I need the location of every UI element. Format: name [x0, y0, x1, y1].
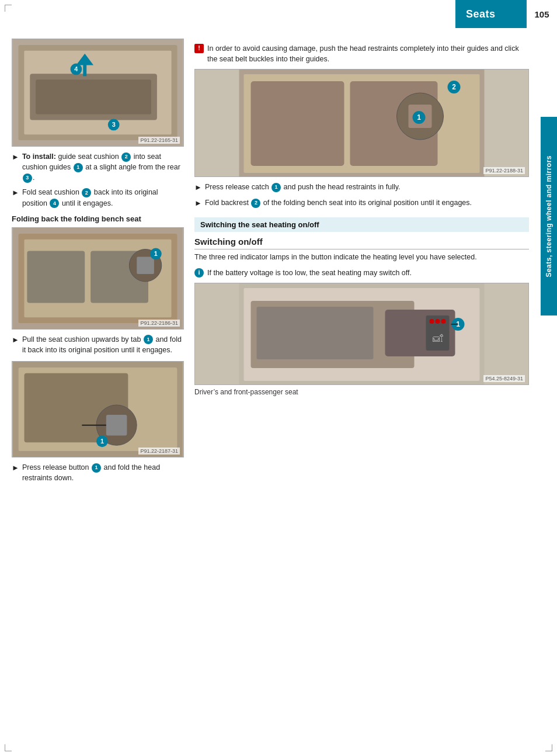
left-image-3-label: P91.22-2187-31	[138, 448, 180, 455]
svg-text:1: 1	[417, 113, 421, 122]
bullets-1: ► To install: guide seat cushion 2 into …	[12, 151, 184, 209]
left-image-1-label: P91.22-2165-31	[138, 137, 180, 144]
description-text: The three red indicator lamps in the but…	[194, 252, 529, 263]
bullet-item: ► Fold backrest 2 of the folding bench s…	[194, 197, 529, 209]
svg-text:🛋: 🛋	[433, 332, 443, 344]
right-image-2-container: 🛋 1 P54.25-8249-31	[194, 283, 529, 385]
svg-rect-17	[137, 256, 154, 274]
header-page-number: 105	[525, 0, 557, 28]
header-title: Seats	[466, 8, 496, 20]
bullet-text: Fold seat cushion 2 back into its origin…	[22, 187, 184, 208]
corner-bl	[5, 744, 12, 751]
badge-2: 2	[121, 152, 131, 162]
svg-point-45	[436, 319, 440, 324]
left-image-3: 1 P91.22-2187-31	[12, 361, 184, 457]
svg-text:1: 1	[154, 250, 158, 257]
bullet-item: ► To install: guide seat cushion 2 into …	[12, 151, 184, 183]
svg-text:3: 3	[112, 121, 116, 128]
left-image-3-container: 1 P91.22-2187-31	[12, 361, 184, 457]
right-image-1-container: 1 2 P91.22-2188-31	[194, 69, 529, 177]
side-tab-label: Seats, steering wheel and mirrors	[545, 155, 553, 278]
caption-text: Driver’s and front-passenger seat	[194, 388, 529, 396]
right-bullets-1: ► Press release catch 1 and push the hea…	[194, 182, 529, 209]
svg-text:4: 4	[74, 65, 78, 72]
bullet-item: ► Fold seat cushion 2 back into its orig…	[12, 187, 184, 208]
svg-rect-41	[257, 307, 374, 359]
bullet-item: ► Pull the seat cushion upwards by tab 1…	[12, 334, 184, 355]
badge-2c: 2	[251, 199, 260, 208]
switching-heading: Switching on/off	[194, 237, 529, 249]
highlight-box-container: Switching the seat heating on/off	[194, 217, 529, 237]
svg-rect-24	[106, 415, 127, 436]
bullet-item: ► Press release catch 1 and push the hea…	[194, 182, 529, 193]
svg-point-46	[441, 319, 446, 324]
left-image-2-label: P91.22-2186-31	[138, 320, 180, 327]
bullet-arrow-icon: ►	[194, 198, 202, 209]
badge-1d: 1	[92, 463, 101, 473]
side-tab: Seats, steering wheel and mirrors	[541, 117, 557, 315]
section-heading-folding: Folding back the folding bench seat	[12, 214, 184, 223]
badge-3: 3	[23, 174, 32, 183]
bullet-arrow-icon: ►	[12, 188, 19, 199]
bold-label: To install:	[22, 152, 56, 161]
bullet-text: To install: guide seat cushion 2 into se…	[22, 151, 184, 183]
bullet-text: Press release catch 1 and push the head …	[205, 182, 401, 192]
svg-text:1: 1	[100, 438, 104, 445]
bullets-3: ► Press release button 1 and fold the he…	[12, 462, 184, 483]
left-column: 3 4 P91.22-2165-31 ► To install: guide s…	[12, 39, 184, 487]
bullet-arrow-icon: ►	[12, 463, 19, 474]
badge-1e: 1	[271, 183, 281, 192]
bullet-text: Press release button 1 and fold the head…	[22, 462, 184, 483]
left-image-2-container: 1 P91.22-2186-31	[12, 227, 184, 330]
warning-text: In order to avoid causing damage, push t…	[207, 43, 529, 64]
right-image-1: 1 2 P91.22-2188-31	[194, 69, 529, 177]
badge-1c: 1	[144, 335, 153, 344]
svg-rect-6	[83, 65, 86, 77]
right-image-2-label: P54.25-8249-31	[483, 375, 525, 382]
bullet-arrow-icon: ►	[194, 182, 202, 193]
warning-note: ! In order to avoid causing damage, push…	[194, 43, 529, 64]
left-image-1-container: 3 4 P91.22-2165-31	[12, 39, 184, 147]
info-note: i If the battery voltage is too low, the…	[194, 268, 529, 278]
right-image-1-label: P91.22-2188-31	[483, 167, 525, 174]
badge-2b: 2	[82, 188, 91, 197]
main-content: 3 4 P91.22-2165-31 ► To install: guide s…	[0, 28, 541, 499]
header-title-area: Seats	[455, 0, 525, 28]
badge-1: 1	[74, 163, 83, 172]
header-bar: Seats 105	[0, 0, 557, 28]
svg-rect-4	[36, 79, 151, 114]
bullets-2: ► Pull the seat cushion upwards by tab 1…	[12, 334, 184, 355]
warn-icon: !	[194, 44, 204, 53]
svg-text:2: 2	[452, 83, 456, 91]
right-image-2: 🛋 1 P54.25-8249-31	[194, 283, 529, 385]
left-image-2: 1 P91.22-2186-31	[12, 227, 184, 330]
svg-point-44	[430, 319, 434, 324]
left-image-1: 3 4 P91.22-2165-31	[12, 39, 184, 147]
right-column: ! In order to avoid causing damage, push…	[194, 39, 529, 487]
svg-rect-30	[251, 81, 344, 166]
svg-rect-14	[27, 251, 85, 303]
highlight-box: Switching the seat heating on/off	[194, 217, 529, 232]
bullet-text: Pull the seat cushion upwards by tab 1 a…	[22, 334, 184, 355]
badge-4: 4	[50, 199, 59, 208]
info-text: If the battery voltage is too low, the s…	[207, 268, 412, 278]
bullet-text: Fold backrest 2 of the folding bench sea…	[205, 197, 472, 208]
bullet-arrow-icon: ►	[12, 152, 19, 163]
bullet-item: ► Press release button 1 and fold the he…	[12, 462, 184, 483]
bullet-arrow-icon: ►	[12, 335, 19, 346]
info-icon: i	[194, 268, 204, 278]
corner-br	[545, 744, 552, 751]
